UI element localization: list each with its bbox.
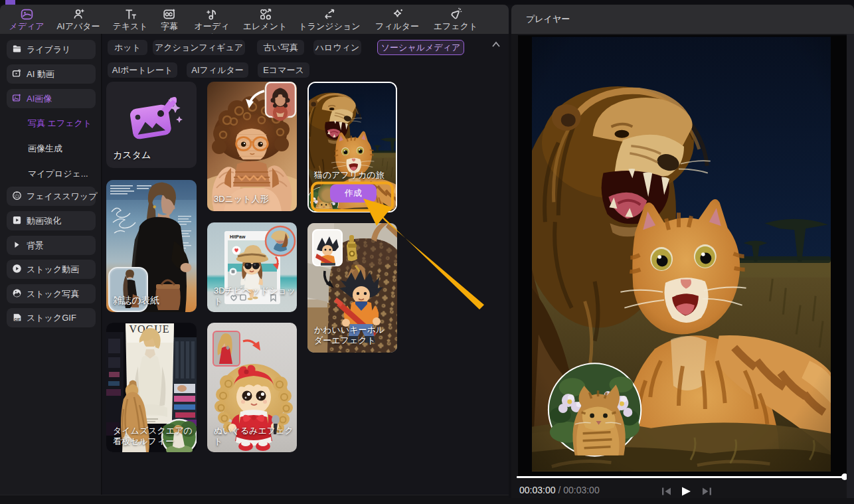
svg-text:GIF: GIF <box>15 317 21 321</box>
svg-text:HitPaw: HitPaw <box>230 234 246 239</box>
